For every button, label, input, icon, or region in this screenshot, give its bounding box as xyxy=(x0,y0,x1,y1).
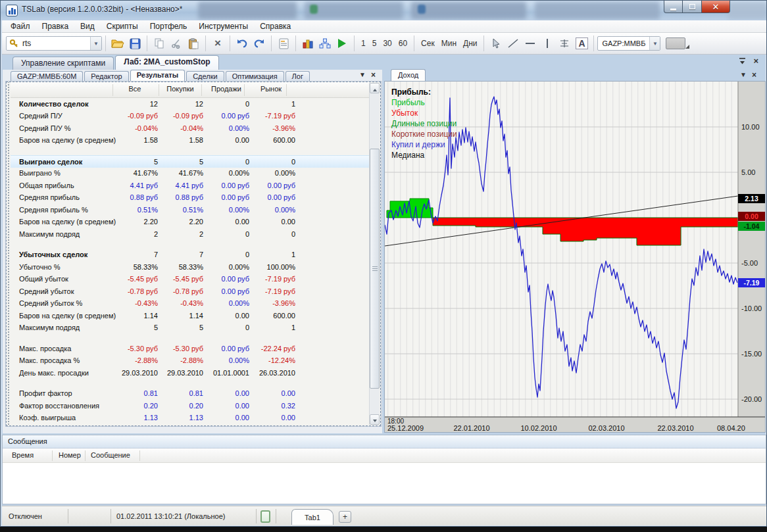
table-row[interactable]: Средний П/У-0.09 руб-0.09 руб0.00 руб-7.… xyxy=(11,110,369,123)
results-subtab-2[interactable]: Результаты xyxy=(130,70,185,82)
menu-item-5[interactable]: Инструменты xyxy=(193,21,254,32)
connection-indicator-icon[interactable] xyxy=(260,510,270,523)
workspace-tab[interactable]: Tab1 xyxy=(291,509,334,525)
scheme-button[interactable] xyxy=(316,35,334,52)
menu-item-2[interactable]: Вид xyxy=(74,21,101,32)
table-row[interactable]: Средний убыток %-0.43%-0.43%0.00%-3.96% xyxy=(11,298,369,310)
table-row[interactable]: Выиграно сделок5500 xyxy=(11,155,369,168)
open-button[interactable] xyxy=(109,35,126,52)
cell: -5.45 руб xyxy=(173,275,203,283)
menu-item-3[interactable]: Скрипты xyxy=(101,21,144,32)
hline-tool-button[interactable] xyxy=(522,35,539,52)
scroll-thumb[interactable] xyxy=(370,149,380,389)
table-row[interactable]: Максимум подряд2200 xyxy=(11,228,369,241)
table-row[interactable]: День макс. просадки29.03.201029.03.20100… xyxy=(11,367,369,379)
income-panel-menu-icon[interactable]: ▼ xyxy=(740,72,747,78)
scroll-up-button[interactable] xyxy=(370,83,380,93)
panel-menu-icon[interactable]: ▼ xyxy=(359,72,366,78)
messages-column-header-2[interactable]: Сообщение xyxy=(91,451,130,459)
results-subtab-0[interactable]: GAZP:ММВБ:60М xyxy=(11,71,83,82)
panel-close-icon[interactable]: × xyxy=(371,72,376,78)
column-header-1[interactable]: Покупки xyxy=(166,85,193,93)
close-button[interactable]: ✕ xyxy=(701,1,730,13)
vline-tool-button[interactable] xyxy=(539,35,556,52)
script-properties-button[interactable] xyxy=(275,35,292,52)
menu-item-0[interactable]: Файл xyxy=(5,21,36,32)
run-button[interactable] xyxy=(334,35,351,52)
row-label: Общая прибыль xyxy=(19,181,74,189)
grid-scrollbar[interactable] xyxy=(369,83,380,425)
messages-column-header-0[interactable]: Время xyxy=(12,451,34,459)
table-row[interactable]: Средний П/У %-0.04%-0.04%0.00%-3.96% xyxy=(11,122,369,135)
tab-list-icon[interactable] xyxy=(738,57,747,65)
document-tab-0[interactable]: Управление скриптами xyxy=(12,57,114,70)
table-row[interactable]: Общий убыток-5.45 руб-5.45 руб0.00 руб-7… xyxy=(11,274,369,286)
table-row[interactable]: Баров на сделку (в среднем)2.202.200.000… xyxy=(11,216,369,229)
results-subtab-3[interactable]: Сделки xyxy=(186,71,224,82)
cut-button[interactable] xyxy=(168,35,185,52)
cell: 2 xyxy=(199,230,203,238)
column-header-2[interactable]: Продажи xyxy=(211,85,241,93)
results-subtab-5[interactable]: Лог xyxy=(285,71,310,82)
income-tab[interactable]: Доход xyxy=(391,69,426,81)
table-row[interactable]: Общая прибыль4.41 руб4.41 руб0.00 руб0.0… xyxy=(11,180,369,192)
undo-button[interactable] xyxy=(234,35,251,52)
unit-button-0[interactable]: Сек xyxy=(418,39,438,48)
results-subtab-4[interactable]: Оптимизация xyxy=(226,71,284,82)
instrument-dropdown-icon[interactable]: ▼ xyxy=(90,37,101,50)
table-row[interactable]: Убыточно %58.33%58.33%0.00%100.00% xyxy=(11,261,369,274)
symbol-combo[interactable]: GAZP:ММВБ ▼ xyxy=(597,36,660,51)
menu-item-1[interactable]: Правка xyxy=(36,21,75,32)
maximize-button[interactable] xyxy=(683,1,701,13)
table-row[interactable]: Средний убыток-0.78 руб-0.78 руб0.00 руб… xyxy=(11,285,369,298)
column-header-0[interactable]: Все xyxy=(129,85,141,93)
table-row[interactable]: Максимум подряд5501 xyxy=(11,322,369,335)
unit-button-1[interactable]: Мин xyxy=(438,39,460,48)
timeframe-button-60[interactable]: 60 xyxy=(395,39,410,48)
levels-tool-button[interactable] xyxy=(556,35,573,52)
minimize-button[interactable] xyxy=(664,1,683,13)
income-panel-close-icon[interactable]: × xyxy=(752,72,756,78)
save-button[interactable] xyxy=(126,35,143,52)
menu-item-4[interactable]: Портфель xyxy=(144,21,193,32)
income-chart[interactable]: Прибыль:ПрибыльУбытокДлинные позицииКоро… xyxy=(384,81,766,433)
chart-window-button[interactable] xyxy=(299,35,316,52)
color-swatch-button[interactable] xyxy=(666,37,685,49)
instrument-combo[interactable]: rts ▼ xyxy=(6,36,102,51)
table-row[interactable]: Фактор восстановления0.200.200.000.32 xyxy=(11,400,369,412)
tabstrip-close-icon[interactable]: × xyxy=(753,57,758,65)
table-row[interactable]: Количество сделок121201 xyxy=(11,98,369,110)
table-row[interactable]: Средняя прибыль0.88 руб0.88 руб0.00 руб0… xyxy=(11,192,369,205)
add-workspace-button[interactable]: + xyxy=(339,511,351,523)
timeframe-button-1[interactable]: 1 xyxy=(358,39,369,48)
symbol-dropdown-icon[interactable]: ▼ xyxy=(649,37,660,50)
scroll-down-button[interactable] xyxy=(370,414,380,425)
redo-button[interactable] xyxy=(251,35,268,52)
messages-column-header-1[interactable]: Номер xyxy=(59,451,81,459)
table-row[interactable]: Средняя прибыль %0.51%0.51%0.00%0.00% xyxy=(11,204,369,216)
table-row[interactable]: Баров на сделку (в среднем)1.581.580.006… xyxy=(11,135,369,147)
timeframe-button-30[interactable]: 30 xyxy=(380,39,395,48)
document-tab-1[interactable]: Лаб: 2MA_customStop xyxy=(115,55,218,70)
table-row[interactable]: Профит фактор0.810.810.000.00 xyxy=(11,388,369,400)
trend-line-tool-button[interactable] xyxy=(505,35,522,52)
table-row[interactable]: Макс. просадка-5.30 руб-5.30 руб0.00 руб… xyxy=(11,343,369,355)
menu-item-6[interactable]: Справка xyxy=(254,21,297,32)
table-row[interactable]: Коэф. выигрыша1.131.130.000.00 xyxy=(11,412,369,425)
text-tool-button[interactable]: A xyxy=(573,35,590,52)
results-subtab-1[interactable]: Редактор xyxy=(84,71,128,82)
delete-button[interactable]: × xyxy=(209,35,226,52)
table-row[interactable]: Баров на сделку (в среднем)1.141.140.006… xyxy=(11,310,369,322)
copy-button[interactable] xyxy=(151,35,168,52)
column-header-3[interactable]: Рынок xyxy=(260,85,282,93)
svg-text:-1.04: -1.04 xyxy=(744,222,760,230)
paste-button[interactable] xyxy=(185,35,202,52)
table-row[interactable]: Убыточных сделок7701 xyxy=(11,249,369,262)
table-row[interactable]: Макс. просадка %-2.88%-2.88%0.00%-12.24% xyxy=(11,355,369,368)
timeframe-button-5[interactable]: 5 xyxy=(369,39,380,48)
messages-body[interactable] xyxy=(3,463,766,504)
unit-button-2[interactable]: Дни xyxy=(460,39,480,48)
table-row[interactable]: Выиграно %41.67%41.67%0.00%0.00% xyxy=(11,168,369,180)
pointer-tool-button[interactable] xyxy=(487,35,505,52)
cell: 0 xyxy=(245,230,249,238)
